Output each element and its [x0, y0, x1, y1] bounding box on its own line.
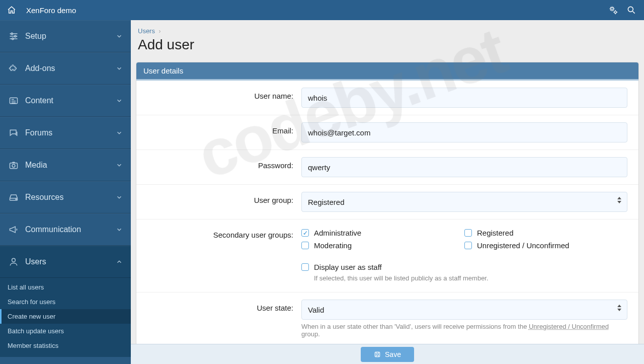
label-email: Email: [136, 115, 301, 150]
panel-user-details: User details User name: Email: Password:… [136, 62, 639, 345]
sub-item-label: Batch update users [8, 327, 64, 335]
checkbox-icon [301, 242, 309, 249]
checkbox-icon [464, 242, 472, 249]
chevron-down-icon [116, 65, 123, 72]
svg-rect-12 [375, 352, 379, 356]
svg-point-1 [614, 11, 616, 13]
note-userstate: When in a user state other than 'Valid',… [301, 320, 627, 338]
sidebar-item-label: Add-ons [25, 64, 116, 73]
breadcrumb: Users › [131, 20, 644, 35]
checkbox-label: Moderating [314, 241, 352, 250]
note-text: When in a user state other than 'Valid',… [301, 323, 529, 330]
checkbox-icon [301, 229, 309, 237]
note-text: group. [301, 330, 320, 338]
sub-item-batch-update[interactable]: Batch update users [0, 324, 131, 338]
panel-header: User details [136, 62, 638, 81]
sidebar-item-forums[interactable]: Forums [0, 117, 131, 149]
note-link-unregistered[interactable]: Unregistered / Unconfirmed [529, 323, 609, 330]
svg-point-3 [11, 33, 13, 34]
userstate-select[interactable]: Valid [301, 300, 627, 320]
chevron-down-icon [116, 162, 123, 169]
sidebar-item-content[interactable]: Content [0, 85, 131, 117]
sidebar-item-media[interactable]: Media [0, 149, 131, 181]
save-bar: Save [131, 344, 644, 364]
checkbox-icon [301, 263, 309, 271]
sub-item-label: Member statistics [8, 342, 58, 349]
checkbox-label: Unregistered / Unconfirmed [477, 241, 569, 250]
settings-icon[interactable] [608, 5, 619, 16]
save-button-label: Save [385, 350, 401, 358]
sidebar-item-label: Forums [25, 128, 116, 137]
username-input[interactable] [301, 88, 627, 108]
topbar: XenForo demo [0, 0, 644, 20]
save-icon [374, 351, 381, 358]
password-input[interactable] [301, 157, 627, 177]
search-icon[interactable] [626, 5, 637, 16]
sidebar: Setup Add-ons Content Forums Media Resou… [0, 20, 131, 364]
sub-item-label: Search for users [8, 298, 55, 306]
svg-point-5 [12, 38, 14, 39]
puzzle-icon [8, 63, 19, 74]
sidebar-item-communication[interactable]: Communication [0, 213, 131, 246]
user-icon [8, 256, 19, 267]
checkbox-label: Display user as staff [314, 263, 382, 271]
sidebar-item-label: Content [25, 96, 116, 105]
checkbox-moderating[interactable]: Moderating [301, 239, 464, 252]
breadcrumb-sep: › [159, 28, 161, 35]
svg-point-11 [12, 258, 16, 262]
checkbox-unregistered[interactable]: Unregistered / Unconfirmed [464, 239, 627, 252]
chat-icon [8, 127, 19, 138]
sidebar-item-label: Setup [25, 32, 116, 41]
app-title: XenForo demo [26, 6, 76, 15]
checkbox-label: Administrative [314, 229, 361, 237]
email-input[interactable] [301, 122, 627, 142]
breadcrumb-root[interactable]: Users [138, 27, 155, 35]
user-form: User name: Email: Password: User group: … [136, 81, 638, 345]
svg-point-0 [611, 8, 613, 10]
sub-item-label: Create new user [8, 313, 55, 320]
chevron-down-icon [116, 97, 123, 104]
label-secondary-groups: Secondary user groups: [136, 220, 301, 292]
camera-icon [8, 160, 19, 171]
svg-point-4 [15, 35, 16, 37]
chevron-up-icon [116, 258, 123, 265]
sidebar-item-addons[interactable]: Add-ons [0, 52, 131, 85]
megaphone-icon [8, 224, 19, 235]
label-username: User name: [136, 81, 301, 115]
content-area: Users › Add user User details User name:… [131, 20, 644, 364]
sidebar-item-label: Users [25, 257, 116, 266]
sub-item-list-users[interactable]: List all users [0, 280, 131, 295]
sidebar-item-users[interactable]: Users [0, 246, 131, 278]
sidebar-item-label: Communication [25, 225, 116, 234]
svg-point-10 [16, 199, 17, 200]
checkbox-label: Registered [477, 229, 514, 237]
save-button[interactable]: Save [361, 347, 414, 362]
home-icon[interactable] [7, 6, 16, 15]
chevron-down-icon [116, 33, 123, 40]
checkbox-icon [464, 229, 472, 237]
sidebar-item-setup[interactable]: Setup [0, 20, 131, 52]
label-password: Password: [136, 150, 301, 184]
sub-item-create-user[interactable]: Create new user [0, 309, 131, 324]
svg-point-2 [628, 7, 633, 12]
label-usergroup: User group: [136, 185, 301, 219]
sidebar-item-label: Media [25, 161, 116, 170]
checkbox-registered[interactable]: Registered [464, 227, 627, 239]
sub-item-member-stats[interactable]: Member statistics [0, 338, 131, 353]
checkbox-administrative[interactable]: Administrative [301, 227, 464, 239]
sidebar-sublist-users: List all users Search for users Create n… [0, 278, 131, 357]
hint-display-staff: If selected, this user will be listed pu… [301, 273, 627, 285]
label-userstate: User state: [136, 293, 301, 345]
newspaper-icon [8, 95, 19, 106]
sidebar-item-resources[interactable]: Resources [0, 181, 131, 213]
checkbox-display-staff[interactable]: Display user as staff [301, 261, 627, 273]
chevron-down-icon [116, 194, 123, 201]
page-title: Add user [131, 35, 644, 62]
sub-item-label: List all users [8, 283, 44, 291]
sub-item-search-users[interactable]: Search for users [0, 295, 131, 309]
drive-icon [8, 192, 19, 203]
svg-point-8 [12, 164, 15, 167]
chevron-down-icon [116, 226, 123, 233]
usergroup-select[interactable]: Registered [301, 192, 627, 212]
sliders-icon [8, 31, 19, 42]
